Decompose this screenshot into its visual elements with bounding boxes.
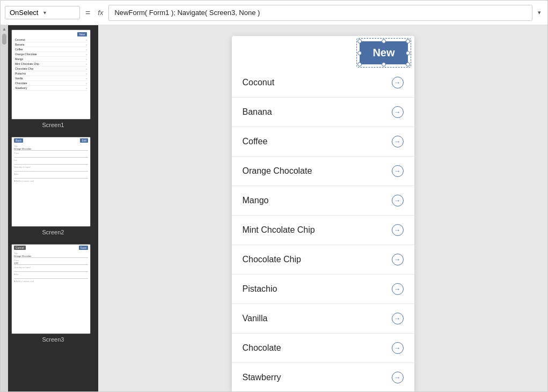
canvas-area: New Coconut → Banana → Coffee → (98, 25, 547, 392)
list-item-text: Coffee (243, 137, 268, 146)
handle-top-middle[interactable] (382, 39, 386, 43)
list-item[interactable]: Vanilla → (232, 304, 414, 334)
handle-top-right[interactable] (406, 39, 410, 43)
list-item[interactable]: Mango → (232, 186, 414, 216)
list-item[interactable]: Chocolate Chip → (232, 245, 414, 275)
list-item-text: Pistachio (243, 284, 277, 294)
list-item-text: Mango (243, 196, 269, 205)
list-item-text: Orange Chocolate (243, 166, 312, 176)
scroll-up-icon[interactable]: ▲ (2, 26, 7, 32)
formula-expand-icon[interactable]: ▾ (536, 9, 543, 16)
list-item-text: Chocolate (243, 343, 281, 353)
list-item-text: Banana (243, 107, 272, 117)
handle-middle-right[interactable] (406, 51, 410, 55)
list-item[interactable]: Banana → (232, 98, 414, 127)
list-item[interactable]: Mint Chcolate Chip → (232, 216, 414, 245)
list-arrow-icon: → (392, 283, 404, 295)
list-item-text: Mint Chcolate Chip (243, 225, 315, 235)
list-item-text: Chocolate Chip (243, 255, 301, 264)
handle-bottom-right[interactable] (406, 62, 410, 66)
list-item-text: Coconut (243, 78, 275, 87)
screen3-thumbnail[interactable]: Cancel Save Title Orange Chocolate Price… (11, 244, 91, 334)
sidebar-item-screen3[interactable]: ••• Cancel Save Title Orange Chocolate P… (11, 244, 95, 343)
list-item[interactable]: Coconut → (232, 68, 414, 98)
new-button-container: New (360, 41, 407, 64)
new-button[interactable]: New (360, 41, 407, 64)
scrollbar-thumb[interactable] (2, 34, 6, 45)
list-arrow-icon: → (392, 165, 404, 177)
list-item[interactable]: Orange Chocolate → (232, 157, 414, 186)
list-arrow-icon: → (392, 136, 404, 147)
thumb1-new-btn: New (77, 32, 87, 36)
list-item[interactable]: Chocolate → (232, 334, 414, 363)
sidebar-item-screen2[interactable]: ••• Back Edit Title Orange Chocolate Pri… (11, 137, 95, 235)
list-arrow-icon: → (392, 195, 404, 206)
list-arrow-icon: → (392, 342, 404, 354)
list-content: Coconut → Banana → Coffee → Orange Choco… (232, 36, 414, 392)
formula-input[interactable] (112, 6, 529, 19)
screen3-label: Screen3 (11, 336, 95, 343)
main-layout: ▲ ••• New Coconut› Banana› Coffee› Orang… (1, 25, 547, 392)
formula-input-wrapper (108, 5, 532, 21)
equals-sign: = (83, 8, 92, 18)
list-arrow-icon: → (392, 254, 404, 265)
screen2-thumbnail[interactable]: Back Edit Title Orange Chocolate Price L… (11, 137, 91, 227)
screen1-thumbnail[interactable]: New Coconut› Banana› Coffee› Orange Choc… (11, 29, 91, 120)
screen2-label: Screen2 (11, 229, 95, 235)
phone-mockup: New Coconut → Banana → Coffee → (232, 36, 414, 392)
list-arrow-icon: → (392, 372, 404, 383)
list-arrow-icon: → (392, 77, 404, 88)
chevron-down-icon: ▾ (43, 10, 75, 16)
formula-select-label: OnSelect (10, 9, 41, 17)
sidebar: ••• New Coconut› Banana› Coffee› Orange … (8, 25, 98, 392)
sidebar-item-screen1[interactable]: ••• New Coconut› Banana› Coffee› Orange … (11, 29, 95, 128)
list-arrow-icon: → (392, 106, 404, 118)
list-item[interactable]: Pistachio → (232, 275, 414, 304)
canvas-scrollbar[interactable]: ▲ (1, 25, 8, 392)
list-arrow-icon: → (392, 224, 404, 236)
list-item[interactable]: Coffee → (232, 127, 414, 157)
handle-bottom-middle[interactable] (382, 62, 386, 66)
screen1-label: Screen1 (11, 122, 95, 128)
handle-middle-left[interactable] (357, 51, 362, 55)
formula-bar: OnSelect ▾ = fx ▾ (1, 1, 547, 25)
fx-label: fx (96, 9, 105, 17)
list-arrow-icon: → (392, 313, 404, 324)
list-item[interactable]: Stawberry → (232, 363, 414, 392)
list-item-text: Stawberry (243, 373, 281, 382)
formula-select[interactable]: OnSelect ▾ (5, 6, 80, 19)
list-item-text: Vanilla (243, 314, 268, 323)
